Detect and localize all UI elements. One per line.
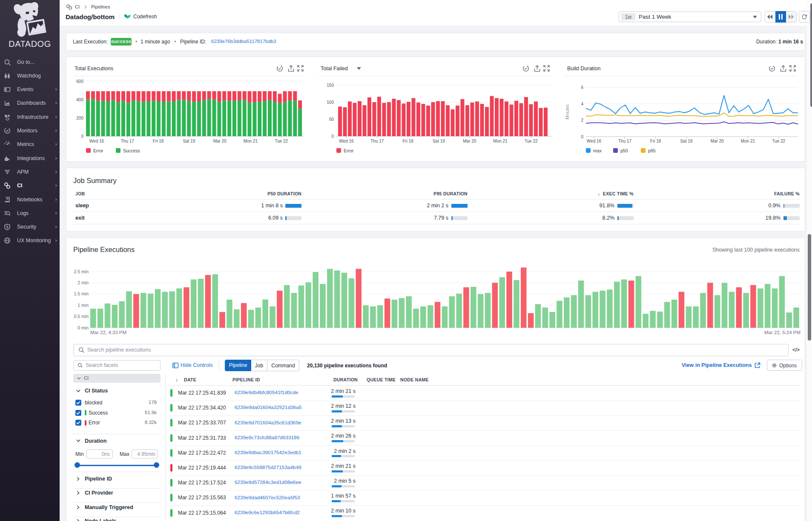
svg-text:p95: p95 — [648, 148, 656, 153]
svg-text:Mar 20: Mar 20 — [463, 139, 476, 143]
svg-text:Mar 22, 4:33 PM: Mar 22, 4:33 PM — [90, 330, 126, 335]
svg-text:Fri 18: Fri 18 — [402, 139, 413, 143]
svg-text:2 min: 2 min — [77, 280, 89, 285]
svg-text:Sat 19: Sat 19 — [680, 139, 692, 143]
svg-text:Mon 21: Mon 21 — [244, 139, 258, 143]
svg-text:Sat 19: Sat 19 — [433, 139, 445, 143]
svg-text:Mon 21: Mon 21 — [741, 139, 755, 143]
svg-text:0 min: 0 min — [77, 325, 89, 330]
svg-text:0: 0 — [331, 134, 334, 139]
svg-text:Minutes: Minutes — [565, 104, 570, 119]
svg-text:100: 100 — [327, 100, 334, 105]
svg-text:Thu 17: Thu 17 — [121, 139, 135, 143]
svg-text:Mar 20: Mar 20 — [711, 139, 724, 143]
svg-text:Mar 22, 5:24 PM: Mar 22, 5:24 PM — [764, 330, 801, 335]
svg-text:Mon 21: Mon 21 — [493, 139, 508, 143]
svg-text:Thu 17: Thu 17 — [370, 139, 384, 143]
svg-text:2: 2 — [581, 118, 583, 123]
svg-text:0: 0 — [81, 134, 83, 139]
svg-text:Tue 22: Tue 22 — [525, 139, 538, 143]
svg-text:p50: p50 — [620, 148, 628, 153]
svg-text:2.5 min: 2.5 min — [74, 269, 89, 274]
svg-text:Tue 22: Tue 22 — [772, 139, 785, 143]
svg-text:150: 150 — [327, 83, 334, 88]
svg-text:max: max — [593, 148, 602, 153]
svg-text:50: 50 — [329, 117, 334, 122]
svg-text:Mar 20: Mar 20 — [213, 139, 227, 143]
svg-text:400: 400 — [76, 97, 83, 102]
svg-text:1.5 min: 1.5 min — [74, 291, 89, 296]
svg-text:200: 200 — [76, 116, 83, 120]
svg-text:Error: Error — [344, 148, 354, 153]
svg-text:Fri 18: Fri 18 — [153, 139, 164, 143]
svg-text:Wed 16: Wed 16 — [89, 139, 104, 143]
svg-text:0: 0 — [581, 135, 583, 139]
svg-text:Wed 16: Wed 16 — [587, 139, 602, 143]
svg-text:Fri 18: Fri 18 — [650, 139, 661, 143]
svg-text:Success: Success — [123, 148, 140, 153]
svg-text:Error: Error — [93, 148, 103, 153]
svg-text:4: 4 — [581, 102, 583, 106]
svg-text:Wed 16: Wed 16 — [339, 139, 354, 143]
svg-text:600: 600 — [76, 79, 83, 84]
svg-text:Sat 19: Sat 19 — [183, 139, 195, 143]
svg-text:0.5 min: 0.5 min — [74, 314, 89, 319]
svg-text:1 min: 1 min — [77, 303, 89, 308]
svg-text:Tue 22: Tue 22 — [275, 139, 288, 143]
svg-text:Thu 17: Thu 17 — [618, 139, 632, 143]
svg-text:6: 6 — [581, 85, 583, 90]
